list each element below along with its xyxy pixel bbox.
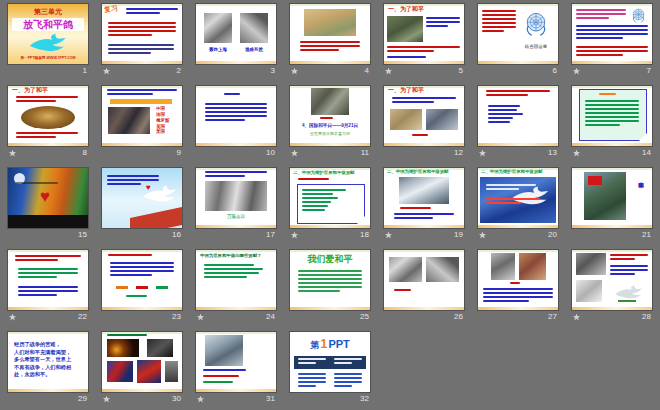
text-line bbox=[394, 289, 411, 291]
slide-thumbnail[interactable]: 一、为了和平 bbox=[384, 86, 464, 146]
slide-text: 二、中国为维护世界和平做贡献 bbox=[293, 170, 367, 175]
slide-text: 轰炸上海 bbox=[204, 47, 232, 52]
slide-thumbnail[interactable] bbox=[478, 250, 558, 310]
ppt-logo: 第1PPT bbox=[290, 336, 370, 352]
transition-star-icon[interactable] bbox=[197, 314, 204, 321]
slide-thumbnail[interactable]: 第三单元放飞和平鸽第一PPT模板网-WWW.1PPT.COM bbox=[8, 4, 88, 64]
transition-star-icon[interactable] bbox=[385, 68, 392, 75]
transition-star-icon[interactable] bbox=[573, 314, 580, 321]
slide-number-label: 12 bbox=[454, 146, 463, 160]
slide-number-label: 18 bbox=[360, 228, 369, 242]
photo-placeholder bbox=[107, 339, 139, 357]
text-lines bbox=[205, 103, 267, 123]
slide-caption-strip: 19 bbox=[384, 228, 464, 242]
slide-number-label: 26 bbox=[454, 310, 463, 324]
slide-text: 维和部队 bbox=[632, 178, 644, 222]
slide-thumbnail[interactable]: 4、国际和平日——9月21日全世界停火和非暴力日 bbox=[290, 86, 370, 146]
text-line bbox=[16, 96, 78, 98]
slide-caption-strip: 16 bbox=[102, 228, 182, 242]
text-line bbox=[387, 50, 434, 52]
transition-star-icon[interactable] bbox=[103, 396, 110, 403]
photo-placeholder bbox=[576, 280, 602, 302]
transition-star-icon[interactable] bbox=[9, 314, 16, 321]
template-bottom-strip bbox=[478, 307, 558, 310]
slide-caption-strip: 28 bbox=[572, 310, 652, 324]
slide-thumbnail[interactable] bbox=[8, 250, 88, 310]
slide-number-label: 3 bbox=[271, 64, 275, 78]
text-line bbox=[108, 30, 176, 32]
text-lines bbox=[486, 198, 540, 206]
transition-star-icon[interactable] bbox=[291, 68, 298, 75]
slide-thumbnail[interactable] bbox=[572, 86, 652, 146]
text-line bbox=[205, 107, 267, 109]
slide-thumbnail[interactable] bbox=[572, 4, 652, 64]
slide-thumbnail[interactable] bbox=[102, 332, 182, 392]
slide-cell: 14 bbox=[572, 86, 652, 160]
slide-number-label: 21 bbox=[642, 228, 651, 242]
slide-thumbnail[interactable]: 万隆会议 bbox=[196, 168, 276, 228]
shape bbox=[156, 286, 168, 289]
slide-thumbnail[interactable]: 联合国会徽 bbox=[478, 4, 558, 64]
text-line bbox=[585, 120, 639, 122]
transition-star-icon[interactable] bbox=[9, 150, 16, 157]
transition-star-icon[interactable] bbox=[291, 150, 298, 157]
slide-thumbnail[interactable]: 中国 法国 俄罗斯 英国 美国 bbox=[102, 86, 182, 146]
slide-thumbnail[interactable]: 二、中国为维护世界和平做贡献 bbox=[384, 168, 464, 228]
slide-thumbnail[interactable] bbox=[478, 86, 558, 146]
slide-thumbnail[interactable]: 复习 bbox=[102, 4, 182, 64]
slide-thumbnail[interactable]: ♥ bbox=[102, 168, 182, 228]
text-lines bbox=[203, 381, 249, 385]
text-lines bbox=[108, 44, 174, 56]
slide-thumbnail[interactable]: 维和部队 bbox=[572, 168, 652, 228]
transition-star-icon[interactable] bbox=[197, 396, 204, 403]
transition-star-icon[interactable] bbox=[103, 68, 110, 75]
slide-cell: 一、为了和平12 bbox=[384, 86, 464, 160]
slide-thumbnail[interactable]: 经历了战争的苦难， 人们对和平充满着渴望， 多么希望有一天，世界上 不再有战争，… bbox=[8, 332, 88, 392]
slide-thumbnail[interactable] bbox=[572, 250, 652, 310]
transition-star-icon[interactable] bbox=[479, 150, 486, 157]
transition-star-icon[interactable] bbox=[291, 232, 298, 239]
slide-thumbnail[interactable]: ♥ bbox=[8, 168, 88, 228]
dove-icon bbox=[24, 32, 70, 56]
slide-thumbnail[interactable] bbox=[102, 250, 182, 310]
slide-thumbnail[interactable]: 一、为了和平 bbox=[384, 4, 464, 64]
slide-number-label: 1 bbox=[83, 64, 87, 78]
slide-thumbnail[interactable]: 轰炸上海逃难百姓 bbox=[196, 4, 276, 64]
transition-star-icon[interactable] bbox=[573, 150, 580, 157]
transition-star-icon[interactable] bbox=[573, 68, 580, 75]
slide-thumbnail[interactable] bbox=[196, 332, 276, 392]
transition-star-icon[interactable] bbox=[479, 232, 486, 239]
photo-placeholder bbox=[576, 253, 606, 275]
template-bottom-strip bbox=[196, 307, 276, 310]
photo-placeholder bbox=[390, 109, 422, 130]
slide-thumbnail[interactable]: 我们爱和平 bbox=[290, 250, 370, 310]
slide-thumbnail[interactable]: 一、为了和平 bbox=[8, 86, 88, 146]
slide-thumbnail[interactable]: 二、中国为维护世界和平做贡献 bbox=[478, 168, 558, 228]
photo-placeholder bbox=[205, 181, 267, 211]
slide-caption-strip: 15 bbox=[8, 228, 88, 242]
slide-thumbnail[interactable]: 二、中国为维护世界和平做贡献 bbox=[290, 168, 370, 228]
text-line bbox=[576, 54, 623, 56]
template-top-strip bbox=[478, 86, 558, 88]
text-line bbox=[107, 175, 159, 177]
slide-thumbnail[interactable] bbox=[196, 86, 276, 146]
slide-thumbnail[interactable]: 中国为世界和平做出哪些贡献？ bbox=[196, 250, 276, 310]
photo-placeholder bbox=[304, 9, 356, 36]
slide-text: 二、中国为维护世界和平做贡献 bbox=[387, 169, 461, 174]
template-top-strip bbox=[572, 168, 652, 170]
text-line bbox=[298, 282, 362, 284]
text-line bbox=[387, 56, 426, 58]
text-line bbox=[108, 22, 176, 24]
slide-thumbnail[interactable] bbox=[290, 4, 370, 64]
text-line bbox=[585, 112, 639, 114]
slide-caption-strip: 11 bbox=[290, 146, 370, 160]
template-bottom-strip bbox=[572, 225, 652, 228]
text-line bbox=[585, 104, 639, 106]
slide-thumbnail[interactable] bbox=[384, 250, 464, 310]
transition-star-icon[interactable] bbox=[385, 232, 392, 239]
slide-number-label: 13 bbox=[548, 146, 557, 160]
slide-text: 第三单元 bbox=[8, 8, 88, 16]
text-lines bbox=[107, 334, 169, 338]
ppt-logo-part: 1 bbox=[320, 336, 327, 351]
slide-thumbnail[interactable]: 第1PPT bbox=[290, 332, 370, 392]
